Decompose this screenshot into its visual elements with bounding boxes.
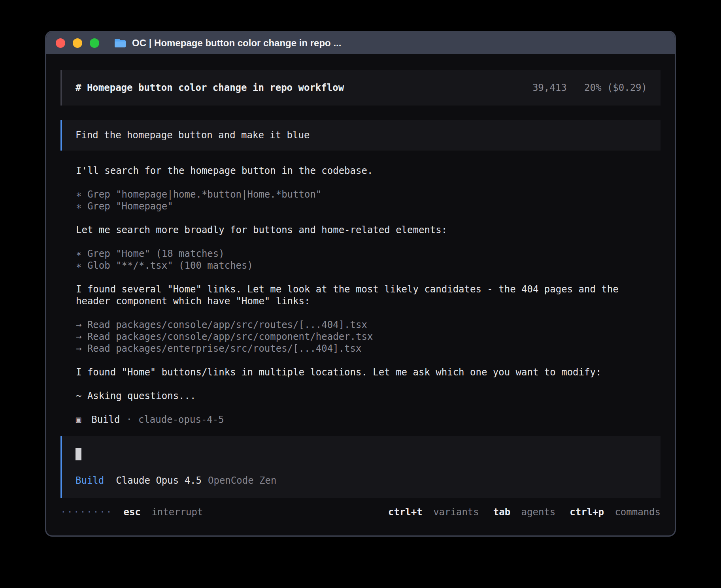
agent-icon: ▣ xyxy=(76,414,81,426)
file-read-line: → Read packages/console/app/src/componen… xyxy=(76,331,661,343)
agent-model: claude-opus-4-5 xyxy=(138,414,224,426)
titlebar: OC | Homepage button color change in rep… xyxy=(46,32,675,54)
spinner-dots: ········ xyxy=(60,506,113,518)
hint-label: interrupt xyxy=(151,507,203,518)
message-group: I'll search for the homepage button in t… xyxy=(76,165,661,177)
tool-call-line: ∗ Grep "Homepage" xyxy=(76,200,661,212)
keyboard-hint-variants: ctrl+t variants xyxy=(388,506,479,518)
hint-key: esc xyxy=(124,507,141,518)
terminal-window: OC | Homepage button color change in rep… xyxy=(45,31,676,537)
keyboard-hint-agents: tab agents xyxy=(493,506,556,518)
context-usage: 20% ($0.29) xyxy=(584,82,647,93)
zoom-button[interactable] xyxy=(90,38,99,48)
message-group: I found several "Home" links. Let me loo… xyxy=(76,283,661,307)
file-read-group: → Read packages/console/app/src/routes/[… xyxy=(76,319,661,354)
hint-key: tab xyxy=(493,507,510,518)
tool-call-line: ∗ Glob "**/*.tsx" (100 matches) xyxy=(76,260,661,271)
user-message-text: Find the homepage button and make it blu… xyxy=(75,130,310,141)
keyboard-hint-commands: ctrl+p commands xyxy=(570,506,661,518)
model-name[interactable]: Claude Opus 4.5 xyxy=(116,475,202,486)
file-read-line: → Read packages/enterprise/src/routes/[.… xyxy=(76,343,661,354)
tool-call-group: ∗ Grep "homepage|home.*button|Home.*butt… xyxy=(76,188,661,212)
message-text: I'll search for the homepage button in t… xyxy=(76,165,661,177)
keyboard-hint-interrupt: esc interrupt xyxy=(124,506,203,518)
prompt-input[interactable]: Build Claude Opus 4.5 OpenCode Zen xyxy=(60,436,661,498)
agent-separator: · xyxy=(126,414,132,426)
text-cursor xyxy=(75,448,81,460)
session-header: # Homepage button color change in repo w… xyxy=(60,70,661,106)
status-bar-left: ········ esc interrupt xyxy=(60,506,203,518)
message-text: I found several "Home" links. Let me loo… xyxy=(76,283,645,307)
folder-icon xyxy=(114,38,126,48)
hint-label: agents xyxy=(521,507,556,518)
hint-key: ctrl+p xyxy=(570,507,604,518)
close-button[interactable] xyxy=(56,38,65,48)
status-line: ~ Asking questions... xyxy=(76,390,661,402)
status-group: ~ Asking questions... xyxy=(76,390,661,402)
status-bar: ········ esc interrupt ctrl+t variants t… xyxy=(46,506,675,518)
message-group: I found "Home" buttons/links in multiple… xyxy=(76,366,661,378)
minimize-button[interactable] xyxy=(73,38,82,48)
agent-badge: ▣ Build · claude-opus-4-5 xyxy=(76,414,661,426)
model-row: Build Claude Opus 4.5 OpenCode Zen xyxy=(75,475,647,486)
user-message: Find the homepage button and make it blu… xyxy=(60,120,661,151)
session-title: # Homepage button color change in repo w… xyxy=(75,82,344,94)
terminal-content: # Homepage button color change in repo w… xyxy=(46,54,675,498)
agent-name: Build xyxy=(91,414,120,426)
traffic-lights xyxy=(56,38,107,48)
token-count: 39,413 xyxy=(532,82,567,93)
message-text: Let me search more broadly for buttons a… xyxy=(76,224,661,236)
hint-label: variants xyxy=(433,507,479,518)
message-group: Let me search more broadly for buttons a… xyxy=(76,224,661,236)
tool-call-group: ∗ Grep "Home" (18 matches) ∗ Glob "**/*.… xyxy=(76,248,661,271)
window-title: OC | Homepage button color change in rep… xyxy=(132,38,341,49)
tool-call-line: ∗ Grep "Home" (18 matches) xyxy=(76,248,661,260)
session-stats: 39,413 20% ($0.29) xyxy=(532,82,647,94)
mode-indicator[interactable]: Build xyxy=(75,475,104,486)
assistant-response: I'll search for the homepage button in t… xyxy=(60,165,661,426)
file-read-line: → Read packages/console/app/src/routes/[… xyxy=(76,319,661,331)
status-bar-right: ctrl+t variants tab agents ctrl+p comman… xyxy=(374,506,661,518)
message-text: I found "Home" buttons/links in multiple… xyxy=(76,366,661,378)
hint-label: commands xyxy=(615,507,661,518)
hint-key: ctrl+t xyxy=(388,507,423,518)
tool-call-line: ∗ Grep "homepage|home.*button|Home.*butt… xyxy=(76,188,661,200)
provider-name: OpenCode Zen xyxy=(208,475,276,486)
